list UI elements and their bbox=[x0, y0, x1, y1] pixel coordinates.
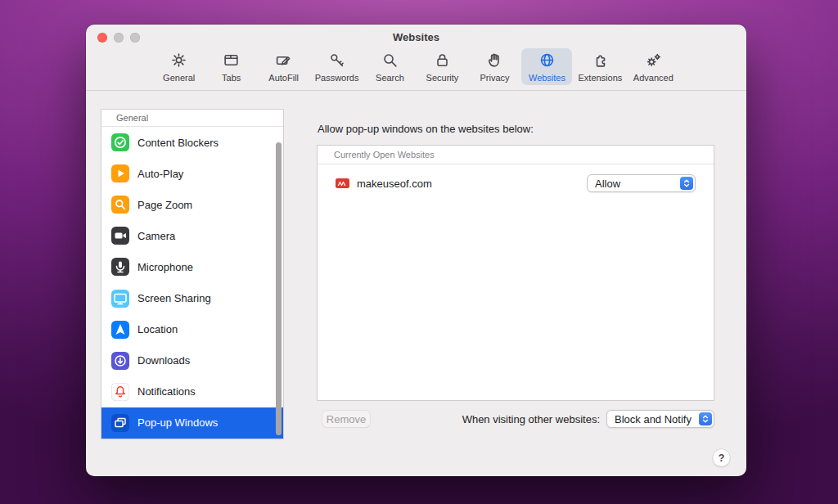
permission-value: Allow bbox=[588, 178, 680, 190]
toolbar-tab-label: General bbox=[163, 73, 195, 83]
sidebar-item-camera[interactable]: Camera bbox=[101, 220, 283, 251]
sidebar-item-microphone[interactable]: Microphone bbox=[101, 251, 283, 282]
downloads-icon bbox=[111, 352, 129, 370]
search-icon bbox=[381, 52, 399, 72]
gear-icon bbox=[170, 52, 187, 72]
notifications-icon bbox=[111, 383, 129, 401]
screen-sharing-icon bbox=[111, 290, 129, 308]
other-websites-value: Block and Notify bbox=[607, 413, 699, 425]
other-websites-dropdown[interactable]: Block and Notify bbox=[606, 410, 714, 428]
toolbar-tab-privacy[interactable]: Privacy bbox=[469, 48, 520, 85]
autofill-icon bbox=[275, 52, 292, 72]
auto-play-icon bbox=[111, 164, 129, 182]
stepper-icon bbox=[680, 177, 693, 190]
sidebar-header: General bbox=[101, 110, 283, 127]
sidebar-item-screen-sharing[interactable]: Screen Sharing bbox=[101, 282, 283, 313]
toolbar-tab-label: Websites bbox=[529, 73, 565, 83]
sidebar-item-downloads[interactable]: Downloads bbox=[101, 345, 283, 376]
sidebar-item-label: Camera bbox=[137, 230, 175, 242]
sidebar-item-label: Notifications bbox=[137, 385, 196, 398]
makeuseof-favicon bbox=[336, 178, 349, 189]
toolbar-tab-label: Extensions bbox=[578, 73, 622, 83]
desktop-background: Websites General Tabs AutoFill Passwords bbox=[0, 0, 838, 504]
sidebar-item-content-blockers[interactable]: Content Blockers bbox=[101, 127, 283, 158]
toolbar-tab-label: Tabs bbox=[222, 73, 241, 83]
table-header: Currently Open Websites bbox=[318, 146, 714, 164]
toolbar-tab-label: Search bbox=[376, 73, 404, 83]
toolbar-tab-label: Passwords bbox=[315, 73, 359, 83]
pop-up-windows-icon bbox=[111, 414, 129, 432]
sidebar-scrollbar[interactable] bbox=[276, 142, 282, 435]
hand-icon bbox=[486, 52, 503, 72]
gears-icon bbox=[645, 52, 662, 72]
toolbar-tab-passwords[interactable]: Passwords bbox=[311, 48, 363, 85]
bottom-bar: Remove When visiting other websites: Blo… bbox=[317, 410, 714, 428]
websites-sidebar: General Content Blockers Auto-Play bbox=[101, 109, 284, 439]
toolbar-tab-general[interactable]: General bbox=[154, 48, 205, 85]
camera-icon bbox=[111, 227, 129, 245]
window-title: Websites bbox=[86, 31, 746, 43]
toolbar-tab-autofill[interactable]: AutoFill bbox=[259, 48, 309, 85]
toolbar-tab-label: AutoFill bbox=[268, 73, 299, 83]
safari-preferences-window: Websites General Tabs AutoFill Passwords bbox=[86, 25, 746, 476]
toolbar-tab-advanced[interactable]: Advanced bbox=[628, 48, 678, 85]
sidebar-item-label: Content Blockers bbox=[137, 137, 219, 149]
key-icon bbox=[328, 52, 345, 72]
sidebar-item-auto-play[interactable]: Auto-Play bbox=[101, 158, 283, 189]
puzzle-icon bbox=[592, 52, 609, 72]
toolbar-tab-label: Advanced bbox=[633, 73, 674, 83]
page-zoom-icon bbox=[111, 196, 129, 214]
stepper-icon bbox=[699, 412, 712, 425]
titlebar: Websites bbox=[86, 25, 746, 46]
toolbar-tab-tabs[interactable]: Tabs bbox=[206, 48, 257, 85]
sidebar-item-pop-up-windows[interactable]: Pop-up Windows bbox=[101, 407, 283, 439]
sidebar-item-page-zoom[interactable]: Page Zoom bbox=[101, 189, 283, 220]
sidebar-item-notifications[interactable]: Notifications bbox=[101, 376, 283, 407]
toolbar-tab-label: Privacy bbox=[480, 73, 509, 83]
pane-heading: Allow pop-up windows on the websites bel… bbox=[318, 123, 534, 135]
sidebar-item-label: Downloads bbox=[137, 354, 190, 367]
help-button[interactable]: ? bbox=[713, 449, 730, 466]
globe-icon bbox=[538, 52, 556, 72]
preferences-toolbar: General Tabs AutoFill Passwords Search S… bbox=[86, 46, 746, 91]
location-icon bbox=[111, 321, 129, 339]
sidebar-item-label: Location bbox=[137, 323, 178, 335]
sidebar-item-label: Microphone bbox=[137, 261, 193, 273]
tabs-icon bbox=[223, 52, 240, 72]
websites-table: Currently Open Websites makeuseof.com Al… bbox=[317, 145, 714, 401]
toolbar-tab-label: Security bbox=[426, 73, 459, 83]
table-row[interactable]: makeuseof.com Allow bbox=[318, 164, 714, 202]
content-blockers-icon bbox=[111, 133, 129, 151]
microphone-icon bbox=[111, 258, 129, 276]
site-name: makeuseof.com bbox=[357, 178, 432, 190]
toolbar-tab-security[interactable]: Security bbox=[417, 48, 467, 85]
toolbar-tab-search[interactable]: Search bbox=[364, 48, 415, 85]
footer-label: When visiting other websites: bbox=[462, 413, 600, 425]
lock-icon bbox=[434, 52, 451, 72]
remove-button[interactable]: Remove bbox=[322, 411, 370, 427]
toolbar-tab-extensions[interactable]: Extensions bbox=[574, 48, 626, 85]
sidebar-item-label: Page Zoom bbox=[137, 199, 192, 211]
toolbar-tab-websites[interactable]: Websites bbox=[521, 48, 572, 85]
sidebar-list: Content Blockers Auto-Play Page Zoom bbox=[101, 127, 283, 439]
content-area: General Content Blockers Auto-Play bbox=[86, 92, 746, 476]
permission-dropdown[interactable]: Allow bbox=[587, 174, 696, 192]
sidebar-item-label: Auto-Play bbox=[137, 168, 183, 180]
sidebar-item-location[interactable]: Location bbox=[101, 314, 283, 345]
sidebar-item-label: Pop-up Windows bbox=[137, 416, 218, 429]
sidebar-item-label: Screen Sharing bbox=[137, 292, 211, 304]
